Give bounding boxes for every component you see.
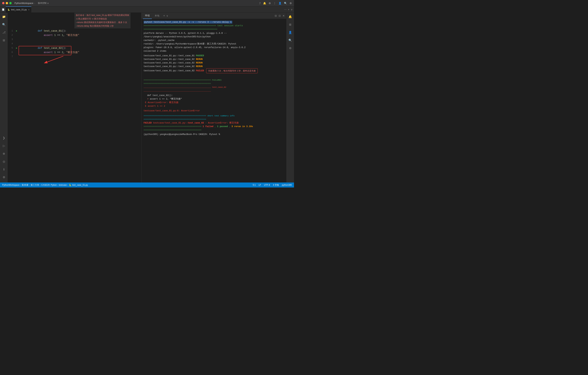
test-result-3: testcase/test_case_01.py::test_case_02 R… xyxy=(144,65,284,68)
tab-test-case-01[interactable]: 🐍 test_case_01.py ✕ xyxy=(6,6,31,13)
app-name-group[interactable]: PythonWorkspace › xyxy=(14,2,35,4)
tab-add-button[interactable]: + xyxy=(288,8,289,11)
activity-icon-layers[interactable]: ⊕ xyxy=(1,151,6,156)
more-icon[interactable]: ⋮ xyxy=(273,2,276,5)
vcs-chevron-icon: ∨ xyxy=(47,2,49,4)
terminal-area: 终端 本地 + ∨ ⊟ ⊡ ✕ pytest testcase/test_cas… xyxy=(141,13,286,183)
failures-sep-line: ========================================… xyxy=(144,79,221,85)
tooltip-line2: -s 禁止捕获打印 -v 展示详细信息 xyxy=(76,17,129,21)
code-line-2: 2 assert 1 == 1, "断言失败" xyxy=(8,33,141,37)
editor-wrapper: ✓ 1 ▶ def test_case_01(): 2 xyxy=(8,13,141,183)
right-icon-layout[interactable]: ⊞ xyxy=(288,22,293,27)
line-num-3: 3 xyxy=(8,37,15,42)
editor-content: ✓ 1 ▶ def test_case_01(): 2 xyxy=(8,29,141,183)
titlebar: PythonWorkspace › 版本控制 ∨ ⤴ 🔔 ⚙ ⋮ 👤 🔍 ⚙ xyxy=(0,0,294,6)
activity-bar: 📁 🔍 ⎇ ⊞ ❯ ▷ ⊕ ◎ ℹ ⚙ xyxy=(0,13,8,183)
tab-split-button[interactable]: ∨ xyxy=(291,8,293,11)
maximize-button[interactable] xyxy=(9,2,12,4)
statusbar-breadcrumb: PythonWorkspace › 第49课：第三方库 › CASE29: Py… xyxy=(2,184,88,187)
line-num-4: 4 xyxy=(8,42,15,46)
statusbar-encoding[interactable]: LF xyxy=(259,184,261,186)
tab-close-button[interactable]: ✕ xyxy=(28,9,30,11)
local-tab-label: 本地 xyxy=(155,14,159,17)
gear-icon[interactable]: ⚙ xyxy=(269,2,271,5)
terminal-tab-chevron[interactable]: ∨ xyxy=(166,14,168,17)
activity-icon-settings[interactable]: ⚙ xyxy=(1,175,6,180)
breadcrumb-folder2[interactable]: CASE29: Pytest xyxy=(41,184,57,186)
activity-icon-debug[interactable]: ◎ xyxy=(1,159,6,164)
breadcrumb-app[interactable]: PythonWorkspace xyxy=(2,184,20,186)
terminal-tab-terminal[interactable]: 终端 xyxy=(143,13,152,19)
minimize-button[interactable] xyxy=(6,2,8,4)
run-btn-6 xyxy=(15,50,18,54)
tab-bar: 📄 🐍 test_case_01.py ✕ ⋯ + ∨ xyxy=(0,6,294,13)
terminal-maximize-icon[interactable]: ⊡ xyxy=(279,14,281,17)
activity-icon-explorer[interactable]: 📁 xyxy=(1,14,6,19)
activity-icon-info[interactable]: ℹ xyxy=(1,167,6,172)
statusbar-charset[interactable]: UTF-8 xyxy=(264,184,270,186)
breadcrumb-folder1[interactable]: 第49课：第三方库 xyxy=(22,184,39,187)
activity-icon-remote[interactable]: ❯ xyxy=(1,135,6,140)
close-button[interactable] xyxy=(2,2,4,4)
activity-icon-vcs[interactable]: ⎇ xyxy=(1,30,6,35)
terminal-close-icon[interactable]: ✕ xyxy=(283,14,285,17)
activity-icon-extensions[interactable]: ⊞ xyxy=(1,38,6,43)
settings-icon[interactable]: ⚙ xyxy=(290,2,292,5)
failed-text: testcase/test_case_01.py:: xyxy=(153,122,188,124)
line-num-1: 1 xyxy=(8,29,15,33)
final-summary-line: ========================================… xyxy=(144,125,284,132)
right-icon-settings[interactable]: ⚙ xyxy=(288,46,293,51)
run-btn-5[interactable]: ▶ xyxy=(15,46,18,50)
tooltip-line1: 执行命令：执行 test_case_01.py 模块下所有的测试用例 xyxy=(76,13,129,17)
assertion-error-line: E AssertionError: 断言失败 xyxy=(145,101,284,104)
end-prompt-line: (python385) yangkai@yangkaideMacBook-Pro… xyxy=(144,133,284,136)
terminal-tab-local[interactable]: 本地 xyxy=(153,13,161,19)
breadcrumb-folder3[interactable]: testcase xyxy=(59,184,67,186)
line-num-2: 2 xyxy=(8,33,15,37)
terminal-tabs: 终端 本地 + ∨ ⊟ ⊡ ✕ xyxy=(141,13,286,19)
tooltip-line4: --reruns-delay 每次重新执行时间隔 1 秒 xyxy=(76,24,129,28)
statusbar-left: PythonWorkspace › 第49课：第三方库 › CASE29: Py… xyxy=(2,184,88,187)
run-btn-1[interactable]: ▶ xyxy=(15,29,18,33)
tooltip-box: 执行命令：执行 test_case_01.py 模块下所有的测试用例 -s 禁止… xyxy=(74,13,131,28)
terminal-tab-label: 终端 xyxy=(145,14,150,17)
terminal-split-icon[interactable]: ⊟ xyxy=(275,14,277,17)
empty-line-1 xyxy=(144,75,284,78)
test-result-4: testcase/test_case_01.py::test_case_02 F… xyxy=(144,68,284,73)
failed-line: FAILED testcase/test_case_01.py::test_ca… xyxy=(144,121,284,125)
search-icon[interactable]: 🔍 xyxy=(284,2,287,5)
statusbar-indent[interactable]: 4 空格 xyxy=(273,184,279,187)
test-result-2: testcase/test_case_01.py::test_case_02 R… xyxy=(144,61,284,65)
account-icon[interactable]: 👤 xyxy=(278,2,282,5)
right-panel: 🔔 ⊞ 👤 🔍 ⚙ xyxy=(286,13,294,183)
activity-icon-search[interactable]: 🔍 xyxy=(1,22,6,27)
file-ref-line: testcase/test_case_01.py:6: AssertionErr… xyxy=(144,109,284,113)
code-line-6: 6 assert 1 == 2, "断言失败" xyxy=(8,50,141,54)
statusbar-position[interactable]: 5:1 xyxy=(253,184,256,186)
tab-actions: ⋯ + ∨ xyxy=(284,8,293,11)
statusbar-interpreter[interactable]: python385 xyxy=(282,184,292,186)
titlebar-icons: ⤴ 🔔 ⚙ ⋮ 👤 🔍 ⚙ xyxy=(259,2,292,5)
right-icon-search[interactable]: 🔍 xyxy=(288,38,293,43)
rootdir-line: rootdir: /Users/yangkai/PythonWorkspace/… xyxy=(144,42,284,46)
statusbar: PythonWorkspace › 第49课：第三方库 › CASE29: Py… xyxy=(0,183,294,188)
breadcrumb-file[interactable]: 🐍 test_case_01.py xyxy=(69,184,88,186)
line-code-2: assert 1 == 1, "断言失败" xyxy=(19,29,79,42)
session-start-separator: ========================================… xyxy=(144,24,284,31)
terminal-command: pytest testcase/test_case_01.py -s -v --… xyxy=(144,21,232,24)
vcs-button[interactable]: 版本控制 ∨ xyxy=(38,2,49,5)
terminal-add-tab[interactable]: + xyxy=(163,14,165,17)
activity-icon-run[interactable]: ▷ xyxy=(1,143,6,148)
right-icon-account[interactable]: 👤 xyxy=(288,30,293,35)
test-result-0: testcase/test_case_01.py::test_case_01 P… xyxy=(144,54,284,58)
line-num-7: 7 xyxy=(8,54,15,59)
platform-line: platform darwin -- Python 3.8.5, pytest-… xyxy=(144,31,284,39)
terminal-tab-actions: ⊟ ⊡ ✕ xyxy=(275,14,285,17)
bell-icon[interactable]: 🔔 xyxy=(263,2,266,5)
file-tree-icon: 📄 xyxy=(2,8,4,11)
activity-bar-bottom: ❯ ▷ ⊕ ◎ ℹ ⚙ xyxy=(1,135,6,181)
right-icon-bell[interactable]: 🔔 xyxy=(288,14,293,19)
tab-more-button[interactable]: ⋯ xyxy=(284,8,286,11)
share-icon[interactable]: ⤴ xyxy=(259,2,261,5)
main-layout: 📁 🔍 ⎇ ⊞ ❯ ▷ ⊕ ◎ ℹ ⚙ 执行命令：执行 test_case_01… xyxy=(0,13,294,183)
